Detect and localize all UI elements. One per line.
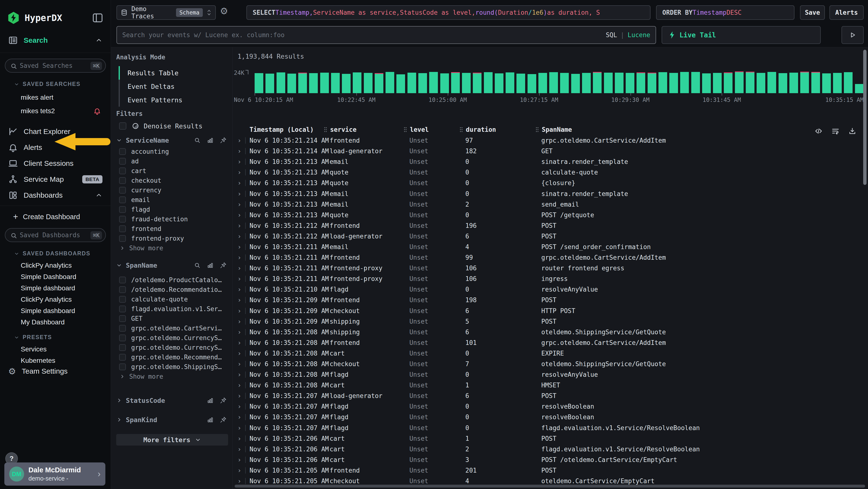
filter-checkbox-item[interactable]: grpc.oteldemo.CurrencyS… bbox=[116, 333, 228, 343]
checkbox[interactable] bbox=[119, 306, 126, 312]
pin-icon[interactable] bbox=[220, 416, 227, 423]
alerts-button[interactable]: Alerts bbox=[830, 5, 864, 20]
sidebar-item-client-sessions[interactable]: Client Sessions bbox=[0, 155, 111, 171]
denoise-checkbox[interactable] bbox=[119, 122, 126, 130]
user-menu[interactable]: DM Dale McDiarmid demo-service - › bbox=[4, 462, 105, 486]
sidebar-item-team-settings[interactable]: ⚙ Team Settings bbox=[0, 364, 111, 379]
analysis-mode-event-patterns[interactable]: Event Patterns bbox=[119, 93, 228, 107]
expand-row-cell[interactable]: › bbox=[233, 371, 250, 378]
filter-checkbox-item[interactable]: frontend bbox=[116, 224, 228, 234]
expand-row-cell[interactable]: › bbox=[233, 382, 250, 389]
expand-row-cell[interactable]: › bbox=[233, 413, 250, 421]
expand-row-cell[interactable]: › bbox=[233, 169, 250, 176]
drag-handle-icon[interactable] bbox=[459, 126, 463, 133]
table-row[interactable]: ›Nov 6 10:35:21.211 AMfrontend-proxyUnse… bbox=[233, 274, 868, 284]
expand-row-cell[interactable]: › bbox=[233, 147, 250, 155]
table-row[interactable]: ›Nov 6 10:35:21.208 AMcheckoutUnset7otel… bbox=[233, 359, 868, 369]
checkbox[interactable] bbox=[119, 364, 126, 370]
table-row[interactable]: ›Nov 6 10:35:21.213 AMemailUnset2send_em… bbox=[233, 199, 868, 210]
saved-dashboard-item[interactable]: Simple Dashboard bbox=[0, 271, 111, 282]
expand-row-cell[interactable]: › bbox=[233, 233, 250, 240]
live-tail-button[interactable]: Live Tail bbox=[661, 26, 821, 44]
save-button[interactable]: Save bbox=[800, 5, 825, 20]
search-icon[interactable] bbox=[194, 137, 200, 144]
expand-row-cell[interactable]: › bbox=[233, 243, 250, 251]
create-dashboard-button[interactable]: + Create Dashboard bbox=[0, 209, 111, 225]
checkbox[interactable] bbox=[119, 296, 126, 303]
source-settings-gear-icon[interactable]: ⚙ bbox=[220, 6, 228, 17]
filter-group-header-StatusCode[interactable]: StatusCode bbox=[116, 394, 228, 407]
filter-checkbox-item[interactable]: currency bbox=[116, 185, 228, 195]
checkbox[interactable] bbox=[119, 197, 126, 203]
saved-search-item[interactable]: mikes alert bbox=[0, 91, 111, 104]
column-header-level[interactable]: level bbox=[409, 126, 465, 133]
search-icon[interactable] bbox=[194, 262, 200, 269]
order-by-input[interactable]: ORDER BY Timestamp DESC bbox=[656, 5, 795, 20]
checkbox[interactable] bbox=[119, 325, 126, 332]
presets-section-label[interactable]: PRESETS bbox=[0, 334, 111, 341]
saved-dashboard-item[interactable]: ClickPy Analytics bbox=[0, 260, 111, 271]
chart-icon[interactable] bbox=[207, 262, 214, 269]
expand-row-cell[interactable]: › bbox=[233, 478, 250, 485]
denoise-results-toggle[interactable]: Denoise Results bbox=[116, 120, 228, 132]
table-row[interactable]: ›Nov 6 10:35:21.213 AMquoteUnset0POST /g… bbox=[233, 210, 868, 220]
table-row[interactable]: ›Nov 6 10:35:21.207 AMflagdUnset0resolve… bbox=[233, 412, 868, 422]
filter-checkbox-item[interactable]: email bbox=[116, 195, 228, 205]
checkbox[interactable] bbox=[119, 335, 126, 341]
expand-row-cell[interactable]: › bbox=[233, 201, 250, 208]
expand-row-cell[interactable]: › bbox=[233, 318, 250, 325]
saved-dashboard-item[interactable]: Simple dashboard bbox=[0, 305, 111, 316]
table-row[interactable]: ›Nov 6 10:35:21.208 AMflagdUnset0resolve… bbox=[233, 369, 868, 380]
filter-group-header-ServiceName[interactable]: ServiceName bbox=[116, 134, 228, 147]
sidebar-item-service-map[interactable]: Service Map BETA bbox=[0, 171, 111, 187]
pin-icon[interactable] bbox=[220, 397, 227, 404]
table-row[interactable]: ›Nov 6 10:35:21.212 AMfrontendUnset196PO… bbox=[233, 220, 868, 231]
source-select[interactable]: Demo Traces Schema bbox=[117, 5, 216, 20]
saved-search-item[interactable]: mikes tets2 bbox=[0, 104, 111, 118]
expand-row-cell[interactable]: › bbox=[233, 403, 250, 410]
chart-icon[interactable] bbox=[207, 397, 214, 404]
column-header-timestamp-local-[interactable]: Timestamp (Local) bbox=[250, 126, 330, 133]
expand-row-cell[interactable]: › bbox=[233, 296, 250, 304]
table-row[interactable]: ›Nov 6 10:35:21.213 AMemailUnset0sinatra… bbox=[233, 188, 868, 199]
filter-group-header-SpanName[interactable]: SpanName bbox=[116, 259, 228, 272]
drag-handle-icon[interactable] bbox=[323, 126, 328, 133]
column-header-duration[interactable]: duration bbox=[465, 126, 541, 133]
table-row[interactable]: ›Nov 6 10:35:21.209 AMfrontendUnset198PO… bbox=[233, 295, 868, 305]
lucene-toggle[interactable]: Lucene bbox=[628, 31, 650, 39]
filter-checkbox-item[interactable]: ad bbox=[116, 156, 228, 166]
checkbox[interactable] bbox=[119, 158, 126, 165]
checkbox[interactable] bbox=[119, 206, 126, 213]
expand-row-cell[interactable]: › bbox=[233, 307, 250, 315]
drag-handle-icon[interactable] bbox=[403, 126, 407, 133]
table-row[interactable]: ›Nov 6 10:35:21.208 AMcartUnset1HMSET bbox=[233, 380, 868, 391]
sidebar-item-dashboards[interactable]: Dashboards bbox=[0, 187, 111, 203]
expand-row-cell[interactable]: › bbox=[233, 456, 250, 463]
filter-checkbox-item[interactable]: /oteldemo.Recommendatio… bbox=[116, 285, 228, 294]
table-row[interactable]: ›Nov 6 10:35:21.209 AMshippingUnset5POST bbox=[233, 316, 868, 327]
collapse-sidebar-icon[interactable] bbox=[92, 13, 103, 23]
checkbox[interactable] bbox=[119, 225, 126, 232]
more-filters-button[interactable]: More filters bbox=[116, 434, 228, 445]
expand-row-cell[interactable]: › bbox=[233, 467, 250, 474]
expand-row-cell[interactable]: › bbox=[233, 158, 250, 165]
filter-checkbox-item[interactable]: frontend-proxy bbox=[116, 234, 228, 243]
expand-row-cell[interactable]: › bbox=[233, 254, 250, 261]
filter-checkbox-item[interactable]: grpc.oteldemo.ShippingS… bbox=[116, 362, 228, 372]
search-bar[interactable]: SQL | Lucene bbox=[117, 26, 656, 44]
expand-row-cell[interactable]: › bbox=[233, 328, 250, 336]
table-row[interactable]: ›Nov 6 10:35:21.214 AMload-generatorUnse… bbox=[233, 146, 868, 156]
expand-row-cell[interactable]: › bbox=[233, 361, 250, 368]
sidebar-item-search[interactable]: Search bbox=[0, 32, 111, 48]
show-more-button[interactable]: Show more bbox=[116, 243, 228, 253]
filter-checkbox-item[interactable]: grpc.oteldemo.Recommend… bbox=[116, 352, 228, 362]
horizontal-scrollbar[interactable] bbox=[235, 485, 865, 488]
filter-checkbox-item[interactable]: checkout bbox=[116, 176, 228, 185]
table-row[interactable]: ›Nov 6 10:35:21.211 AMfrontendUnset99grp… bbox=[233, 252, 868, 263]
table-row[interactable]: ›Nov 6 10:35:21.207 AMflagdUnset0flagd.e… bbox=[233, 423, 868, 433]
expand-row-cell[interactable]: › bbox=[233, 286, 250, 293]
preset-item[interactable]: Services bbox=[0, 343, 111, 355]
saved-dashboards-search[interactable]: ⌘K bbox=[5, 228, 106, 242]
expand-row-cell[interactable]: › bbox=[233, 445, 250, 453]
filter-checkbox-item[interactable]: cart bbox=[116, 166, 228, 176]
